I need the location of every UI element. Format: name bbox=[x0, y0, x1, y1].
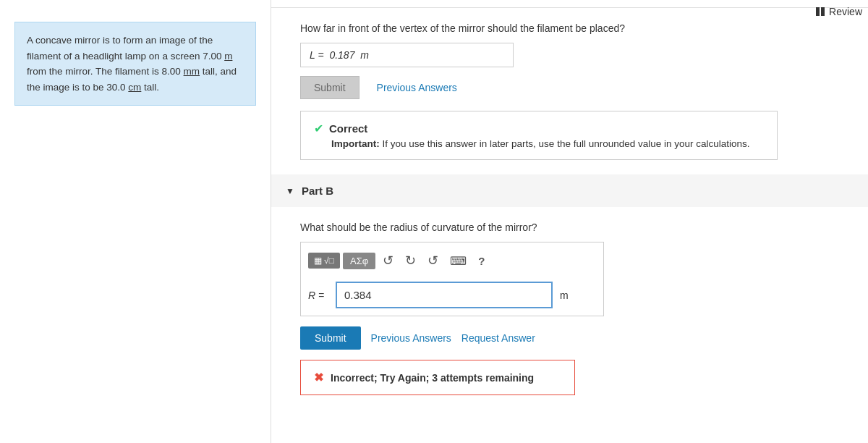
part-b-question: What should be the radius of curvature o… bbox=[300, 222, 839, 233]
part-b-submit-row: Submit Previous Answers Request Answer bbox=[300, 326, 839, 350]
formula-button[interactable]: ΑΣφ bbox=[343, 253, 375, 269]
part-b-content: What should be the radius of curvature o… bbox=[300, 222, 839, 395]
formula-label: ΑΣφ bbox=[350, 256, 368, 266]
part-b-header: ▼ Part B bbox=[271, 174, 868, 207]
review-icon bbox=[816, 7, 825, 16]
main-content: How far in front of the vertex of the mi… bbox=[271, 0, 868, 443]
fraction-sqrt-button[interactable]: ▦ √□ bbox=[308, 253, 340, 269]
answer-label-r: R = bbox=[308, 290, 330, 301]
unit-label: m bbox=[560, 290, 569, 301]
request-answer-link[interactable]: Request Answer bbox=[461, 332, 535, 344]
part-b-submit-button[interactable]: Submit bbox=[300, 326, 361, 350]
math-toolbar: ▦ √□ ΑΣφ ↺ ↻ ↺ ⌨ ? bbox=[308, 250, 596, 276]
sidebar: A concave mirror is to form an image of … bbox=[0, 0, 271, 443]
incorrect-box: ✖ Incorrect; Try Again; 3 attempts remai… bbox=[300, 360, 575, 395]
correct-body: Important: If you use this answer in lat… bbox=[331, 138, 764, 149]
redo-button[interactable]: ↻ bbox=[401, 250, 420, 271]
part-a-answer-input[interactable] bbox=[300, 43, 514, 67]
fraction-icon: ▦ bbox=[314, 256, 322, 266]
x-icon: ✖ bbox=[314, 371, 323, 384]
correct-header: ✔ Correct bbox=[314, 122, 764, 135]
part-b-previous-answers-link[interactable]: Previous Answers bbox=[371, 332, 451, 344]
review-button[interactable]: Review bbox=[816, 6, 862, 17]
check-icon: ✔ bbox=[314, 122, 323, 135]
math-answer-row: R = m bbox=[308, 282, 596, 308]
part-a-action-row: Submit Previous Answers bbox=[300, 76, 839, 99]
part-a-submit-button[interactable]: Submit bbox=[300, 76, 359, 99]
refresh-button[interactable]: ↺ bbox=[423, 250, 443, 271]
part-a-answer-row bbox=[300, 43, 839, 67]
correct-box: ✔ Correct Important: If you use this ans… bbox=[300, 111, 778, 160]
undo-button[interactable]: ↺ bbox=[378, 250, 398, 271]
part-a-previous-answers-link[interactable]: Previous Answers bbox=[377, 82, 457, 93]
part-a-section: How far in front of the vertex of the mi… bbox=[300, 22, 839, 160]
keyboard-button[interactable]: ⌨ bbox=[446, 251, 471, 271]
part-b-answer-input[interactable] bbox=[336, 282, 553, 308]
part-b-label: Part B bbox=[302, 185, 333, 197]
part-b-collapse-arrow[interactable]: ▼ bbox=[286, 186, 294, 196]
correct-title: Correct bbox=[329, 122, 367, 135]
problem-text: A concave mirror is to form an image of … bbox=[27, 35, 237, 93]
correct-body-text: If you use this answer in later parts, u… bbox=[383, 138, 750, 149]
part-a-question: How far in front of the vertex of the mi… bbox=[300, 22, 839, 34]
incorrect-text: Incorrect; Try Again; 3 attempts remaini… bbox=[331, 372, 534, 384]
review-label: Review bbox=[829, 6, 862, 17]
help-button[interactable]: ? bbox=[474, 252, 489, 270]
math-input-container: ▦ √□ ΑΣφ ↺ ↻ ↺ ⌨ ? R = m bbox=[300, 242, 604, 316]
problem-statement: A concave mirror is to form an image of … bbox=[14, 22, 256, 106]
sqrt-icon: √□ bbox=[324, 256, 334, 266]
